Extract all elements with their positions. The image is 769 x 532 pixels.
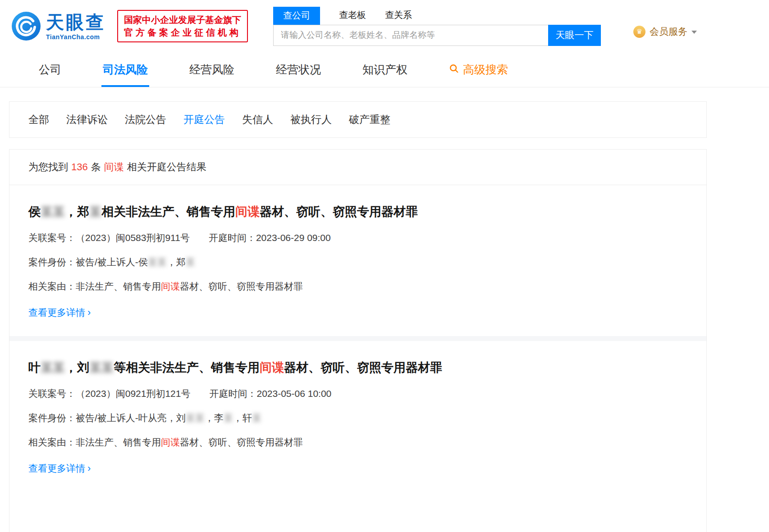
case-title-text: ，刘 (65, 361, 89, 374)
advanced-search-label: 高级搜索 (463, 62, 508, 77)
chevron-right-icon: › (87, 308, 91, 318)
cause-value: 非法生产、销售专用 (76, 437, 161, 447)
result-card: 侯某某，郑某相关非法生产、销售专用间谍器材、窃听、窃照专用器材罪 关联案号：（2… (9, 185, 706, 336)
logo-text: 天眼查 TianYanCha.com (46, 12, 105, 41)
case-title-text: 器材、窃听、窃照专用器材罪 (284, 361, 442, 374)
case-title-text: 相关非法生产、销售专用 (101, 205, 235, 218)
official-certification-badge: 国家中小企业发展子基金旗下 官方备案企业征信机构 (117, 10, 248, 42)
redacted-name: 某 (252, 413, 261, 423)
summary-unit: 条 (91, 160, 101, 174)
case-number-value: （2023）闽0583刑初911号 (76, 232, 190, 243)
result-card: 叶某某，刘某某等相关非法生产、销售专用间谍器材、窃听、窃照专用器材罪 关联案号：… (9, 341, 706, 492)
hearing-time-label: 开庭时间： (209, 232, 256, 243)
filter-item-executed-person[interactable]: 被执行人 (290, 113, 332, 127)
tianyancha-search-page: 天眼查 TianYanCha.com 国家中小企业发展子基金旗下 官方备案企业征… (0, 0, 769, 532)
advanced-search[interactable]: 高级搜索 (449, 52, 508, 87)
results-summary: 为您找到 136 条 间谍 相关开庭公告结果 (9, 150, 706, 185)
redacted-name: 某 (224, 413, 233, 423)
nav-item-intellectual-property-label: 知识产权 (362, 62, 407, 77)
identity-value: ，郑 (167, 257, 186, 267)
keyword-highlight: 间谍 (161, 281, 180, 291)
hearing-time-value: 2023-05-06 10:00 (256, 388, 331, 399)
nav-item-operating-status[interactable]: 经营状况 (276, 52, 321, 87)
identity-value: ，李 (205, 413, 224, 423)
search-keyword: 间谍 (104, 160, 124, 174)
summary-suffix: 相关开庭公告结果 (127, 160, 206, 174)
logo[interactable]: 天眼查 TianYanCha.com (11, 11, 105, 41)
nav-item-judicial-risk[interactable]: 司法风险 (103, 52, 148, 87)
search-tab-boss[interactable]: 查老板 (339, 9, 366, 25)
nav-item-company-label: 公司 (39, 62, 61, 77)
search-area: 查公司 查老板 查关系 天眼一下 (273, 7, 601, 46)
case-title-text: 等相关非法生产、销售专用 (114, 361, 260, 374)
cause-label: 相关案由： (28, 281, 76, 291)
chevron-down-icon (691, 31, 697, 34)
search-tabs: 查公司 查老板 查关系 (273, 7, 601, 25)
filter-item-all[interactable]: 全部 (28, 113, 49, 127)
filter-item-court-notice[interactable]: 法院公告 (125, 113, 166, 127)
badge-line-1: 国家中小企业发展子基金旗下 (124, 14, 241, 26)
search-input[interactable] (273, 25, 548, 46)
main-nav: 公司 司法风险 经营风险 经营状况 知识产权 高级搜索 (0, 52, 769, 87)
case-number-row: 关联案号：（2023）闽0583刑初911号开庭时间：2023-06-29 09… (28, 232, 687, 244)
search-row: 天眼一下 (273, 25, 601, 46)
cause-value: 器材、窃听、窃照专用器材罪 (180, 437, 303, 447)
case-title[interactable]: 侯某某，郑某相关非法生产、销售专用间谍器材、窃听、窃照专用器材罪 (28, 204, 687, 220)
case-title-text: 侯 (28, 205, 41, 218)
member-service[interactable]: ♛ 会员服务 (633, 25, 697, 38)
case-number-row: 关联案号：（2023）闽0921刑初121号开庭时间：2023-05-06 10… (28, 387, 687, 400)
view-more-link[interactable]: 查看更多详情 › (28, 462, 91, 475)
filter-item-dishonest-person[interactable]: 失信人 (242, 113, 273, 127)
logo-domain: TianYanCha.com (46, 33, 105, 41)
results-count: 136 (71, 161, 88, 173)
view-more-label: 查看更多详情 (28, 462, 85, 475)
nav-item-operating-risk-label: 经营风险 (189, 62, 234, 77)
identity-label: 案件身份： (28, 413, 76, 423)
badge-line-2: 官方备案企业征信机构 (124, 26, 241, 39)
redacted-name: 某某 (89, 361, 114, 374)
case-title-text: 叶 (28, 361, 41, 374)
search-button[interactable]: 天眼一下 (548, 25, 601, 46)
identity-value: ，轩 (233, 413, 252, 423)
cause-value: 器材、窃听、窃照专用器材罪 (180, 281, 303, 291)
crown-icon: ♛ (633, 26, 645, 38)
cause-label: 相关案由： (28, 437, 76, 447)
nav-item-intellectual-property[interactable]: 知识产权 (362, 52, 407, 87)
redacted-name: 某 (186, 257, 195, 267)
cause-value: 非法生产、销售专用 (76, 281, 161, 291)
card-separator (9, 336, 706, 341)
nav-item-operating-risk[interactable]: 经营风险 (189, 52, 234, 87)
logo-title: 天眼查 (46, 12, 105, 32)
redacted-name: 某某 (41, 205, 65, 218)
view-more-link[interactable]: 查看更多详情 › (28, 306, 91, 319)
nav-item-company[interactable]: 公司 (39, 52, 61, 87)
redacted-name: 某 (89, 205, 101, 218)
case-title-text: 器材、窃听、窃照专用器材罪 (260, 205, 418, 218)
identity-value: 被告/被上诉人-侯 (76, 257, 148, 267)
redacted-name: 某某 (148, 257, 167, 267)
member-service-label: 会员服务 (650, 25, 687, 38)
case-number-label: 关联案号： (28, 232, 76, 243)
case-title[interactable]: 叶某某，刘某某等相关非法生产、销售专用间谍器材、窃听、窃照专用器材罪 (28, 360, 687, 376)
results-panel: 为您找到 136 条 间谍 相关开庭公告结果 侯某某，郑某相关非法生产、销售专用… (9, 149, 707, 532)
nav-item-operating-status-label: 经营状况 (276, 62, 321, 77)
filter-item-hearing-announcement[interactable]: 开庭公告 (183, 113, 225, 127)
redacted-name: 某某 (186, 413, 205, 423)
search-tab-company[interactable]: 查公司 (273, 7, 320, 25)
filter-item-lawsuit[interactable]: 法律诉讼 (66, 113, 108, 127)
keyword-highlight: 间谍 (260, 361, 284, 374)
filter-item-bankruptcy[interactable]: 破产重整 (349, 113, 390, 127)
identity-value: 被告/被上诉人-叶从亮，刘 (76, 413, 186, 423)
chevron-right-icon: › (87, 464, 91, 473)
hearing-time-label: 开庭时间： (209, 388, 256, 399)
keyword-highlight: 间谍 (235, 205, 260, 218)
case-number-label: 关联案号： (28, 388, 76, 399)
case-title-text: ，郑 (65, 205, 89, 218)
keyword-highlight: 间谍 (161, 437, 180, 447)
nav-item-judicial-risk-label: 司法风险 (103, 62, 148, 77)
content: 全部 法律诉讼 法院公告 开庭公告 失信人 被执行人 破产重整 为您找到 136… (9, 101, 707, 532)
tianyancha-logo-icon (11, 11, 41, 41)
identity-label: 案件身份： (28, 257, 76, 267)
search-tab-relation[interactable]: 查关系 (385, 9, 412, 25)
case-identity-row: 案件身份：被告/被上诉人-叶从亮，刘某某，李某，轩某 (28, 412, 687, 424)
